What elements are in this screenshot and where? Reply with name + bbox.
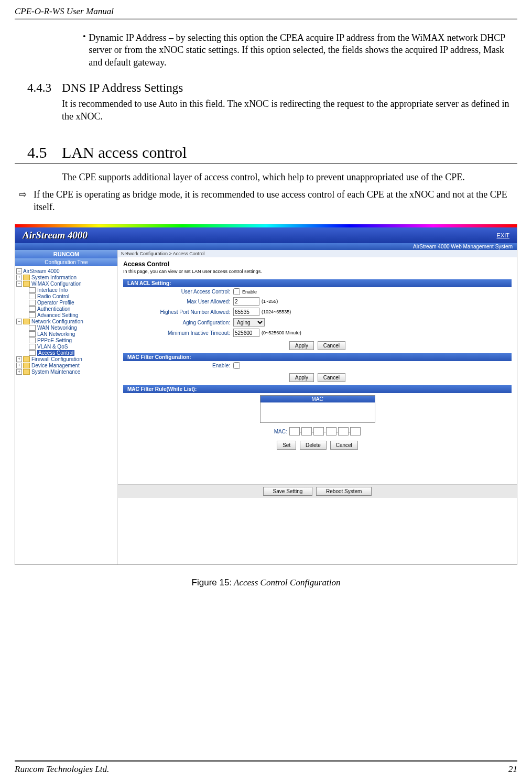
set-button[interactable]: Set	[277, 441, 296, 450]
heading-title: LAN access control	[62, 144, 187, 161]
footer-left: Runcom Technologies Ltd.	[15, 764, 109, 775]
field-highest-port: Highest Port Number Allowed: (1024~65535…	[118, 307, 517, 317]
folder-icon	[23, 356, 30, 362]
mac-octet-1[interactable]	[289, 427, 300, 435]
heading-4-4-3: 4.4.3 DNS IP Address Settings	[15, 81, 517, 95]
field-max-user: Max User Allowed: (1~255)	[118, 296, 517, 307]
apply-button[interactable]: Apply	[289, 373, 314, 382]
bottom-bar: Save Setting Reboot System	[118, 484, 517, 498]
field-suffix: Enable	[240, 289, 257, 295]
save-setting-button[interactable]: Save Setting	[263, 487, 313, 496]
mac-enable-checkbox[interactable]	[233, 362, 240, 369]
section-mac-filter: MAC Filter Configuration:	[123, 353, 512, 361]
sidebar-heading: Configuration Tree	[15, 258, 117, 266]
sidebar: RUNCOM Configuration Tree −AirStream 400…	[15, 250, 117, 564]
mac-octet-3[interactable]	[313, 427, 324, 435]
tree-item-auth[interactable]: Authentication	[16, 306, 116, 312]
tree-item-network[interactable]: −Network Configuration	[16, 319, 116, 325]
page-icon	[29, 344, 36, 350]
page-icon	[29, 306, 36, 312]
section-body: It is recommended to use Auto in this fi…	[62, 98, 517, 123]
folder-icon	[23, 369, 30, 375]
cancel-button[interactable]: Cancel	[330, 441, 358, 450]
sub-bar: AirStream 4000 Web Management System	[15, 243, 517, 250]
collapse-icon[interactable]: −	[16, 319, 22, 324]
folder-icon	[23, 319, 30, 324]
field-label: Aging Configuration:	[123, 320, 233, 325]
field-label: User Access Control:	[123, 289, 233, 295]
page-icon	[29, 337, 36, 343]
page-header: CPE-O-R-WS User Manual	[15, 6, 517, 17]
sidebar-logo: RUNCOM	[15, 250, 117, 258]
reboot-button[interactable]: Reboot System	[316, 487, 372, 496]
field-mac-enable: Enable:	[118, 361, 517, 370]
cancel-button[interactable]: Cancel	[318, 341, 345, 350]
note-text: If the CPE is operating as bridge mode, …	[34, 189, 517, 213]
heading-number: 4.4.3	[27, 81, 62, 95]
embedded-screenshot: AirStream 4000 EXIT AirStream 4000 Web M…	[15, 224, 517, 565]
tree-item-lan[interactable]: LAN Networking	[16, 331, 116, 337]
nav-tree: −AirStream 4000 +System Information −WiM…	[15, 266, 117, 377]
expand-icon[interactable]: +	[16, 356, 22, 362]
mac-table-body	[260, 402, 375, 422]
tree-item-pppoe[interactable]: PPPoE Setting	[16, 337, 116, 344]
tree-item-sysmaint[interactable]: +System Maintenance	[16, 369, 116, 375]
tree-item-interface[interactable]: Interface Info	[16, 287, 116, 293]
mac-octet-5[interactable]	[338, 427, 349, 435]
tree-item-device[interactable]: +Device Management	[16, 363, 116, 369]
tree-item-firewall[interactable]: +Firewall Configuration	[16, 356, 116, 363]
min-timeout-input[interactable]	[233, 329, 259, 337]
max-user-input[interactable]	[233, 297, 259, 306]
page-title: Access Control	[118, 257, 517, 269]
tree-item-radio[interactable]: Radio Control	[16, 293, 116, 300]
mac-input-row: MAC: - - - - -	[118, 425, 517, 438]
field-label: Enable:	[123, 363, 233, 368]
expand-icon[interactable]: +	[16, 369, 22, 375]
highest-port-input[interactable]	[233, 308, 259, 316]
expand-icon[interactable]: +	[16, 275, 22, 280]
heading-4-5: 4.5 LAN access control	[15, 144, 517, 161]
page-icon	[29, 300, 36, 306]
mac-table: MAC	[260, 395, 375, 423]
apply-button[interactable]: Apply	[289, 341, 314, 350]
user-access-checkbox[interactable]	[233, 288, 240, 295]
section-mac-rule: MAC Filter Rule(White List):	[123, 385, 512, 393]
section-body: The CPE supports additional layer of acc…	[62, 171, 517, 183]
tree-item-advanced[interactable]: Advanced Setting	[16, 312, 116, 319]
tree-item-operator[interactable]: Operator Profile	[16, 300, 116, 306]
bullet-dot: •	[83, 32, 89, 69]
delete-button[interactable]: Delete	[300, 441, 327, 450]
heading-number: 4.5	[27, 144, 62, 161]
mac-table-header: MAC	[260, 396, 375, 402]
main-panel: Network Configuration > Access Control A…	[117, 250, 517, 564]
tree-item-access-control[interactable]: Access Control	[16, 350, 116, 356]
expand-icon[interactable]: +	[16, 363, 22, 368]
mac-octet-2[interactable]	[301, 427, 312, 435]
page-icon	[29, 331, 36, 337]
exit-link[interactable]: EXIT	[497, 232, 509, 238]
tree-item-wan[interactable]: WAN Networking	[16, 325, 116, 331]
mac-octet-6[interactable]	[350, 427, 361, 435]
collapse-icon[interactable]: −	[16, 268, 22, 274]
page-icon	[29, 312, 36, 318]
collapse-icon[interactable]: −	[16, 281, 22, 287]
tree-item-sysinfo[interactable]: +System Information	[16, 275, 116, 281]
bullet-item: • Dynamic IP Address – by selecting this…	[83, 32, 517, 69]
cancel-button[interactable]: Cancel	[318, 373, 345, 382]
note-row: ⇨ If the CPE is operating as bridge mode…	[19, 189, 517, 213]
figure-caption: Figure 15: Access Control Configuration	[15, 578, 517, 588]
page-subtitle: In this page, you can view or set LAN us…	[118, 269, 517, 279]
brand-bar: AirStream 4000 EXIT	[15, 227, 517, 243]
mac-label: MAC:	[274, 429, 289, 434]
aging-select[interactable]: Aging	[233, 318, 265, 326]
mac-octet-4[interactable]	[326, 427, 336, 435]
tree-root[interactable]: −AirStream 4000	[16, 268, 116, 275]
section-lan-acl: LAN ACL Setting:	[123, 279, 512, 287]
footer-page-number: 21	[508, 764, 517, 775]
field-label: Minimum Inactive Timeout:	[123, 330, 233, 336]
field-suffix: (1~255)	[259, 299, 278, 304]
folder-icon	[23, 363, 30, 368]
tree-item-vlan[interactable]: VLAN & QoS	[16, 344, 116, 350]
page-icon	[29, 293, 36, 299]
tree-item-wimax[interactable]: −WiMAX Configuration	[16, 281, 116, 287]
